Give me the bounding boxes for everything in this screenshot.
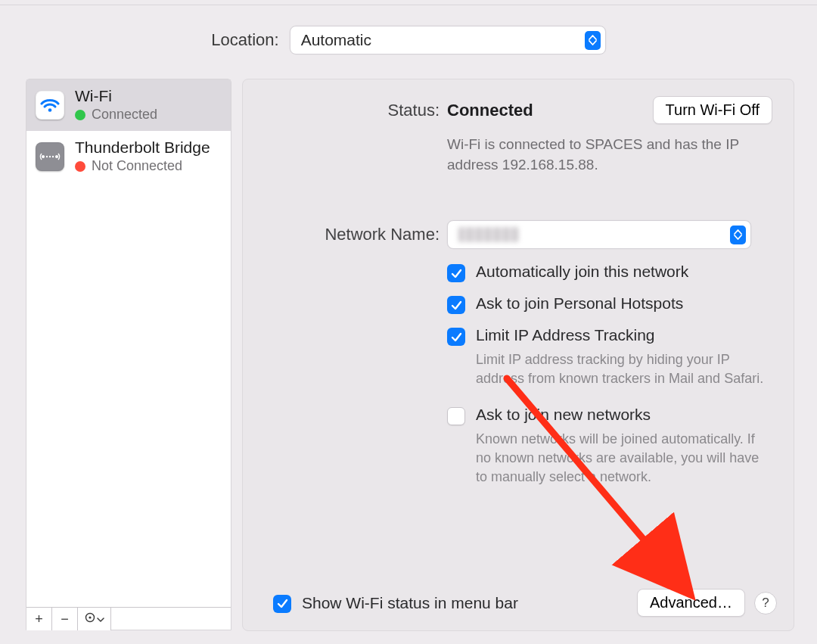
top-divider — [0, 5, 817, 5]
svg-point-4 — [49, 155, 51, 157]
turn-wifi-off-button[interactable]: Turn Wi-Fi Off — [653, 96, 772, 124]
updown-icon — [585, 31, 601, 50]
limit-ip-checkbox-row[interactable]: Limit IP Address Tracking Limit IP addre… — [447, 326, 772, 388]
add-button[interactable]: + — [26, 608, 52, 630]
details-panel: Status: Connected Turn Wi-Fi Off Wi-Fi i… — [242, 79, 794, 631]
sidebar-item-title: Thunderbolt Bridge — [75, 138, 210, 157]
status-value: Connected — [447, 101, 533, 120]
svg-point-1 — [42, 155, 45, 158]
sidebar-toolbar: + − — [26, 607, 231, 630]
sidebar-item-thunderbolt[interactable]: Thunderbolt Bridge Not Connected — [26, 131, 231, 182]
help-button[interactable]: ? — [754, 592, 777, 614]
svg-point-0 — [48, 108, 52, 112]
location-select[interactable]: Automatic — [290, 26, 606, 54]
thunderbolt-bridge-icon — [36, 142, 64, 171]
network-name-select[interactable] — [447, 220, 751, 249]
show-status-label: Show Wi-Fi status in menu bar — [302, 594, 518, 612]
sidebar-item-title: Wi-Fi — [75, 86, 157, 105]
sidebar-item-wifi[interactable]: Wi-Fi Connected — [26, 79, 231, 131]
status-dot-green-icon — [75, 110, 85, 120]
checkbox-checked-icon — [447, 296, 465, 314]
ask-hotspot-checkbox-row[interactable]: Ask to join Personal Hotspots — [447, 294, 772, 314]
svg-point-3 — [46, 155, 48, 157]
remove-button[interactable]: − — [52, 608, 78, 630]
limit-ip-label: Limit IP Address Tracking — [476, 326, 772, 344]
limit-ip-sublabel: Limit IP address tracking by hiding your… — [476, 350, 772, 388]
checkbox-checked-icon — [447, 328, 465, 346]
network-name-row: Network Name: — [264, 220, 772, 249]
wifi-icon — [36, 91, 64, 120]
actions-menu-button[interactable] — [78, 608, 111, 630]
location-label: Location: — [211, 30, 278, 50]
status-row: Status: Connected Turn Wi-Fi Off Wi-Fi i… — [264, 96, 772, 175]
network-name-value-redacted — [458, 227, 519, 242]
show-status-checkbox-row[interactable]: Show Wi-Fi status in menu bar — [273, 593, 518, 613]
auto-join-label: Automatically join this network — [476, 263, 688, 281]
svg-point-2 — [55, 155, 58, 158]
sidebar-item-status: Not Connected — [92, 158, 182, 175]
updown-icon — [730, 226, 746, 244]
svg-point-5 — [52, 155, 54, 157]
checkbox-unchecked-icon — [447, 407, 465, 425]
bottom-row: Show Wi-Fi status in menu bar Advanced… … — [264, 589, 777, 617]
ask-new-label: Ask to join new networks — [476, 406, 772, 424]
auto-join-checkbox-row[interactable]: Automatically join this network — [447, 263, 772, 282]
status-dot-red-icon — [75, 161, 85, 172]
ask-hotspot-label: Ask to join Personal Hotspots — [476, 294, 683, 313]
advanced-button[interactable]: Advanced… — [637, 589, 745, 617]
checkbox-checked-icon — [447, 264, 465, 282]
gear-icon — [85, 612, 95, 626]
chevron-down-icon — [97, 612, 104, 626]
options-list: Automatically join this network Ask to j… — [447, 263, 772, 487]
location-row: Location: Automatic — [0, 26, 817, 54]
ask-new-checkbox-row[interactable]: Ask to join new networks Known networks … — [447, 406, 772, 487]
location-value: Automatic — [301, 31, 371, 49]
status-description: Wi-Fi is connected to SPACES and has the… — [447, 135, 765, 175]
svg-point-7 — [89, 616, 91, 618]
sidebar-item-status: Connected — [92, 107, 157, 123]
checkbox-checked-icon — [273, 595, 291, 613]
ask-new-sublabel: Known networks will be joined automatica… — [476, 430, 772, 487]
network-name-label: Network Name: — [264, 220, 440, 244]
sidebar: Wi-Fi Connected Thunderbolt Bridge N — [26, 79, 231, 630]
status-label: Status: — [264, 96, 440, 120]
